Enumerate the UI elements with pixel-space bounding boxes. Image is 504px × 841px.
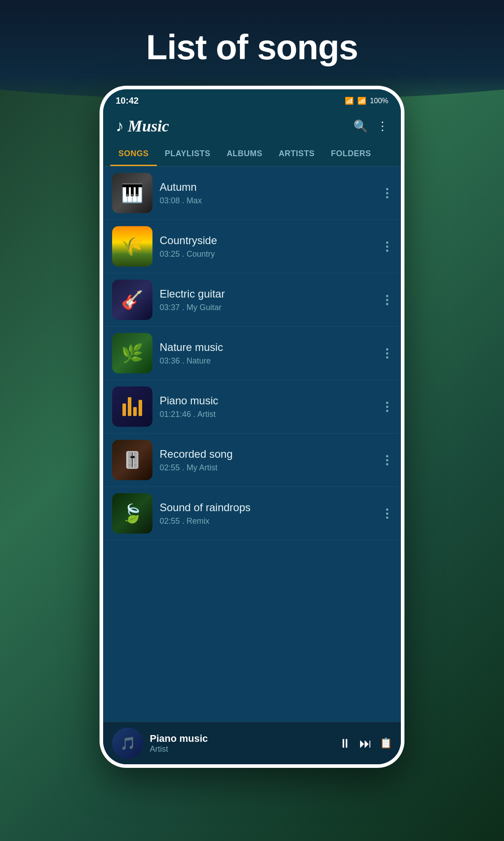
equalizer-icon <box>122 397 142 416</box>
list-item[interactable]: Electric guitar 03:37 . My Guitar <box>103 273 401 327</box>
song-title: Recorded song <box>160 448 375 460</box>
song-more-button[interactable] <box>382 238 392 255</box>
song-info: Autumn 03:08 . Max <box>160 181 375 206</box>
next-button[interactable]: ⏭ <box>359 736 372 751</box>
tab-folders[interactable]: FOLDERS <box>323 143 379 166</box>
now-playing-artist: Artist <box>150 745 332 754</box>
song-thumbnail-piano <box>112 386 152 427</box>
search-icon[interactable]: 🔍 <box>353 119 368 133</box>
logo-text: Music <box>128 117 169 135</box>
dot <box>386 402 388 404</box>
dot <box>386 455 388 457</box>
dot <box>386 295 388 297</box>
song-meta: 03:36 . Nature <box>160 356 375 366</box>
song-title: Autumn <box>160 181 375 193</box>
song-info: Sound of raindrops 02:55 . Remix <box>160 501 375 526</box>
song-title: Countryside <box>160 234 375 247</box>
song-info: Electric guitar 03:37 . My Guitar <box>160 288 375 312</box>
now-playing-bar: 🎵 Piano music Artist ⏸ ⏭ 📋 <box>103 722 401 764</box>
song-more-button[interactable] <box>382 505 392 522</box>
dot <box>386 463 388 465</box>
dot <box>386 406 388 408</box>
now-playing-title: Piano music <box>150 733 332 745</box>
dot <box>386 512 388 515</box>
tab-artists[interactable]: ARTISTS <box>270 143 323 166</box>
song-more-button[interactable] <box>382 184 392 202</box>
song-thumbnail-autumn <box>112 173 152 213</box>
song-meta: 02:55 . Remix <box>160 517 375 526</box>
song-title: Piano music <box>160 394 375 407</box>
song-info: Nature music 03:36 . Nature <box>160 341 375 366</box>
list-item[interactable]: Countryside 03:25 . Country <box>103 220 401 273</box>
battery-icon: 100% <box>370 97 388 105</box>
dot <box>386 410 388 412</box>
dot <box>386 192 388 194</box>
signal-icon: 📶 <box>357 96 366 105</box>
song-meta: 03:37 . My Guitar <box>160 303 375 312</box>
tab-songs[interactable]: SONGS <box>110 143 157 166</box>
song-meta: 03:25 . Country <box>160 250 375 259</box>
song-thumbnail-guitar <box>112 280 152 320</box>
song-title: Nature music <box>160 341 375 354</box>
app-logo: Music <box>116 117 169 136</box>
song-meta: 02:55 . My Artist <box>160 463 375 473</box>
dot <box>386 241 388 244</box>
dot <box>386 299 388 301</box>
header-icons: 🔍 ⋮ <box>353 119 388 133</box>
song-more-button[interactable] <box>382 451 392 469</box>
dot <box>386 517 388 519</box>
dot <box>386 508 388 511</box>
dot <box>386 188 388 190</box>
song-thumbnail-nature <box>112 333 152 373</box>
song-meta: 03:08 . Max <box>160 196 375 206</box>
wifi-icon: 📶 <box>345 96 354 105</box>
dot <box>386 356 388 359</box>
playlist-button[interactable]: 📋 <box>380 737 392 749</box>
tab-playlists[interactable]: PLAYLISTS <box>157 143 219 166</box>
phone-frame: 10:42 📶 📶 100% Music 🔍 ⋮ SONGS PLAYLISTS… <box>100 86 404 768</box>
list-item[interactable]: Piano music 01:21:46 . Artist <box>103 380 401 434</box>
dot <box>386 303 388 305</box>
more-menu-icon[interactable]: ⋮ <box>377 119 388 133</box>
song-info: Recorded song 02:55 . My Artist <box>160 448 375 473</box>
now-playing-info: Piano music Artist <box>150 733 332 754</box>
dot <box>386 196 388 198</box>
dot <box>386 459 388 461</box>
song-info: Piano music 01:21:46 . Artist <box>160 394 375 419</box>
dot <box>386 250 388 252</box>
song-thumbnail-countryside <box>112 226 152 267</box>
song-thumbnail-recorded <box>112 440 152 480</box>
page-title: List of songs <box>146 27 358 68</box>
dot <box>386 245 388 248</box>
list-item[interactable]: Autumn 03:08 . Max <box>103 166 401 220</box>
song-more-button[interactable] <box>382 345 392 362</box>
list-item[interactable]: Recorded song 02:55 . My Artist <box>103 434 401 487</box>
song-title: Sound of raindrops <box>160 501 375 514</box>
song-more-button[interactable] <box>382 398 392 416</box>
song-title: Electric guitar <box>160 288 375 300</box>
tabs-bar: SONGS PLAYLISTS ALBUMS ARTISTS FOLDERS <box>103 143 401 166</box>
now-playing-thumbnail: 🎵 <box>112 727 143 759</box>
phone-screen: 10:42 📶 📶 100% Music 🔍 ⋮ SONGS PLAYLISTS… <box>103 89 401 764</box>
tab-albums[interactable]: ALBUMS <box>218 143 270 166</box>
song-info: Countryside 03:25 . Country <box>160 234 375 259</box>
song-thumbnail-raindrops <box>112 493 152 534</box>
now-playing-controls: ⏸ ⏭ 📋 <box>339 736 392 751</box>
list-item[interactable]: Nature music 03:36 . Nature <box>103 327 401 380</box>
songs-list: Autumn 03:08 . Max Countryside 03:25 . C… <box>103 166 401 722</box>
status-icons: 📶 📶 100% <box>345 96 388 105</box>
song-more-button[interactable] <box>382 291 392 309</box>
app-header: Music 🔍 ⋮ <box>103 110 401 143</box>
status-time: 10:42 <box>116 96 139 106</box>
dot <box>386 352 388 355</box>
pause-button[interactable]: ⏸ <box>339 736 351 751</box>
dot <box>386 348 388 350</box>
status-bar: 10:42 📶 📶 100% <box>103 89 401 110</box>
list-item[interactable]: Sound of raindrops 02:55 . Remix <box>103 487 401 540</box>
song-meta: 01:21:46 . Artist <box>160 410 375 419</box>
